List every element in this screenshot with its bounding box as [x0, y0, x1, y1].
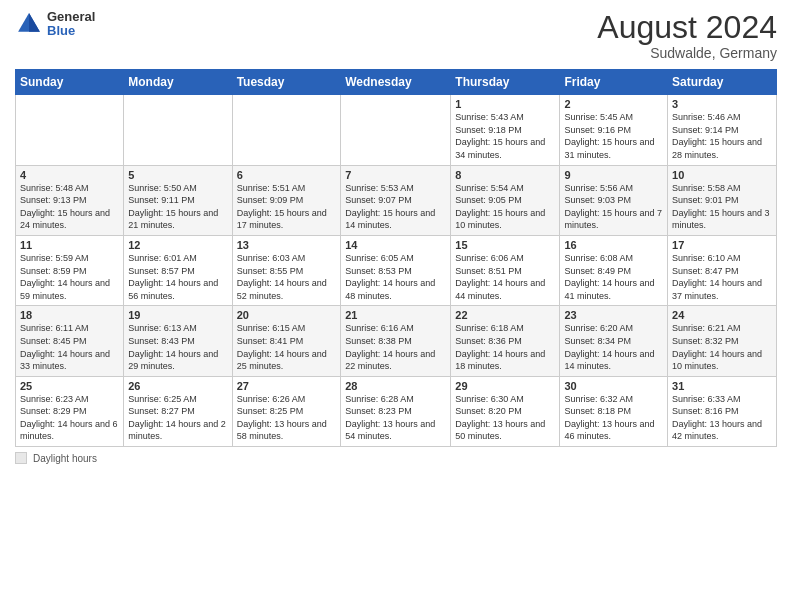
logo-blue: Blue: [47, 24, 95, 38]
logo: General Blue: [15, 10, 95, 39]
day-number: 6: [237, 169, 337, 181]
day-info: Sunrise: 6:01 AMSunset: 8:57 PMDaylight:…: [128, 252, 227, 302]
day-number: 18: [20, 309, 119, 321]
day-number: 17: [672, 239, 772, 251]
day-number: 21: [345, 309, 446, 321]
table-row: 20 Sunrise: 6:15 AMSunset: 8:41 PMDaylig…: [232, 306, 341, 376]
table-row: 26 Sunrise: 6:25 AMSunset: 8:27 PMDaylig…: [124, 376, 232, 446]
day-number: 19: [128, 309, 227, 321]
day-number: 30: [564, 380, 663, 392]
table-row: 10 Sunrise: 5:58 AMSunset: 9:01 PMDaylig…: [668, 165, 777, 235]
day-number: 9: [564, 169, 663, 181]
day-number: 23: [564, 309, 663, 321]
day-number: 26: [128, 380, 227, 392]
day-info: Sunrise: 6:21 AMSunset: 8:32 PMDaylight:…: [672, 322, 772, 372]
table-row: 11 Sunrise: 5:59 AMSunset: 8:59 PMDaylig…: [16, 235, 124, 305]
day-number: 20: [237, 309, 337, 321]
table-row: [232, 95, 341, 165]
day-number: 7: [345, 169, 446, 181]
table-row: 4 Sunrise: 5:48 AMSunset: 9:13 PMDayligh…: [16, 165, 124, 235]
day-number: 3: [672, 98, 772, 110]
daylight-box-icon: [15, 452, 27, 464]
day-info: Sunrise: 6:25 AMSunset: 8:27 PMDaylight:…: [128, 393, 227, 443]
day-number: 12: [128, 239, 227, 251]
day-number: 5: [128, 169, 227, 181]
day-info: Sunrise: 6:05 AMSunset: 8:53 PMDaylight:…: [345, 252, 446, 302]
table-row: 23 Sunrise: 6:20 AMSunset: 8:34 PMDaylig…: [560, 306, 668, 376]
table-row: 14 Sunrise: 6:05 AMSunset: 8:53 PMDaylig…: [341, 235, 451, 305]
day-info: Sunrise: 6:28 AMSunset: 8:23 PMDaylight:…: [345, 393, 446, 443]
day-number: 4: [20, 169, 119, 181]
footer: Daylight hours: [15, 452, 777, 464]
table-row: 9 Sunrise: 5:56 AMSunset: 9:03 PMDayligh…: [560, 165, 668, 235]
table-row: 29 Sunrise: 6:30 AMSunset: 8:20 PMDaylig…: [451, 376, 560, 446]
table-row: 19 Sunrise: 6:13 AMSunset: 8:43 PMDaylig…: [124, 306, 232, 376]
day-info: Sunrise: 5:53 AMSunset: 9:07 PMDaylight:…: [345, 182, 446, 232]
day-number: 27: [237, 380, 337, 392]
day-number: 22: [455, 309, 555, 321]
day-number: 25: [20, 380, 119, 392]
header-sunday: Sunday: [16, 70, 124, 95]
day-info: Sunrise: 6:23 AMSunset: 8:29 PMDaylight:…: [20, 393, 119, 443]
header-wednesday: Wednesday: [341, 70, 451, 95]
table-row: 21 Sunrise: 6:16 AMSunset: 8:38 PMDaylig…: [341, 306, 451, 376]
table-row: 13 Sunrise: 6:03 AMSunset: 8:55 PMDaylig…: [232, 235, 341, 305]
month-title: August 2024: [597, 10, 777, 45]
calendar-week-row: 1 Sunrise: 5:43 AMSunset: 9:18 PMDayligh…: [16, 95, 777, 165]
day-info: Sunrise: 6:13 AMSunset: 8:43 PMDaylight:…: [128, 322, 227, 372]
day-info: Sunrise: 5:43 AMSunset: 9:18 PMDaylight:…: [455, 111, 555, 161]
subtitle: Sudwalde, Germany: [597, 45, 777, 61]
day-number: 10: [672, 169, 772, 181]
header-saturday: Saturday: [668, 70, 777, 95]
table-row: 1 Sunrise: 5:43 AMSunset: 9:18 PMDayligh…: [451, 95, 560, 165]
footer-label: Daylight hours: [33, 453, 97, 464]
page: General Blue August 2024 Sudwalde, Germa…: [0, 0, 792, 612]
table-row: 18 Sunrise: 6:11 AMSunset: 8:45 PMDaylig…: [16, 306, 124, 376]
table-row: 27 Sunrise: 6:26 AMSunset: 8:25 PMDaylig…: [232, 376, 341, 446]
day-info: Sunrise: 5:59 AMSunset: 8:59 PMDaylight:…: [20, 252, 119, 302]
table-row: 15 Sunrise: 6:06 AMSunset: 8:51 PMDaylig…: [451, 235, 560, 305]
table-row: 8 Sunrise: 5:54 AMSunset: 9:05 PMDayligh…: [451, 165, 560, 235]
day-info: Sunrise: 6:30 AMSunset: 8:20 PMDaylight:…: [455, 393, 555, 443]
day-number: 28: [345, 380, 446, 392]
header-friday: Friday: [560, 70, 668, 95]
day-info: Sunrise: 6:20 AMSunset: 8:34 PMDaylight:…: [564, 322, 663, 372]
header-thursday: Thursday: [451, 70, 560, 95]
day-number: 29: [455, 380, 555, 392]
day-number: 15: [455, 239, 555, 251]
table-row: 3 Sunrise: 5:46 AMSunset: 9:14 PMDayligh…: [668, 95, 777, 165]
day-info: Sunrise: 6:11 AMSunset: 8:45 PMDaylight:…: [20, 322, 119, 372]
table-row: 16 Sunrise: 6:08 AMSunset: 8:49 PMDaylig…: [560, 235, 668, 305]
calendar-header-row: Sunday Monday Tuesday Wednesday Thursday…: [16, 70, 777, 95]
day-number: 31: [672, 380, 772, 392]
day-info: Sunrise: 5:54 AMSunset: 9:05 PMDaylight:…: [455, 182, 555, 232]
header: General Blue August 2024 Sudwalde, Germa…: [15, 10, 777, 61]
day-number: 24: [672, 309, 772, 321]
table-row: 7 Sunrise: 5:53 AMSunset: 9:07 PMDayligh…: [341, 165, 451, 235]
day-info: Sunrise: 5:51 AMSunset: 9:09 PMDaylight:…: [237, 182, 337, 232]
day-info: Sunrise: 5:58 AMSunset: 9:01 PMDaylight:…: [672, 182, 772, 232]
day-number: 11: [20, 239, 119, 251]
day-info: Sunrise: 6:32 AMSunset: 8:18 PMDaylight:…: [564, 393, 663, 443]
table-row: [16, 95, 124, 165]
day-info: Sunrise: 6:15 AMSunset: 8:41 PMDaylight:…: [237, 322, 337, 372]
logo-general: General: [47, 10, 95, 24]
table-row: 24 Sunrise: 6:21 AMSunset: 8:32 PMDaylig…: [668, 306, 777, 376]
day-info: Sunrise: 5:46 AMSunset: 9:14 PMDaylight:…: [672, 111, 772, 161]
table-row: 6 Sunrise: 5:51 AMSunset: 9:09 PMDayligh…: [232, 165, 341, 235]
title-block: August 2024 Sudwalde, Germany: [597, 10, 777, 61]
day-number: 8: [455, 169, 555, 181]
day-number: 13: [237, 239, 337, 251]
calendar-week-row: 25 Sunrise: 6:23 AMSunset: 8:29 PMDaylig…: [16, 376, 777, 446]
day-info: Sunrise: 6:33 AMSunset: 8:16 PMDaylight:…: [672, 393, 772, 443]
table-row: [124, 95, 232, 165]
table-row: 22 Sunrise: 6:18 AMSunset: 8:36 PMDaylig…: [451, 306, 560, 376]
logo-icon: [15, 10, 43, 38]
day-info: Sunrise: 5:45 AMSunset: 9:16 PMDaylight:…: [564, 111, 663, 161]
header-tuesday: Tuesday: [232, 70, 341, 95]
table-row: 30 Sunrise: 6:32 AMSunset: 8:18 PMDaylig…: [560, 376, 668, 446]
day-info: Sunrise: 6:16 AMSunset: 8:38 PMDaylight:…: [345, 322, 446, 372]
table-row: 25 Sunrise: 6:23 AMSunset: 8:29 PMDaylig…: [16, 376, 124, 446]
day-info: Sunrise: 6:06 AMSunset: 8:51 PMDaylight:…: [455, 252, 555, 302]
calendar-week-row: 18 Sunrise: 6:11 AMSunset: 8:45 PMDaylig…: [16, 306, 777, 376]
